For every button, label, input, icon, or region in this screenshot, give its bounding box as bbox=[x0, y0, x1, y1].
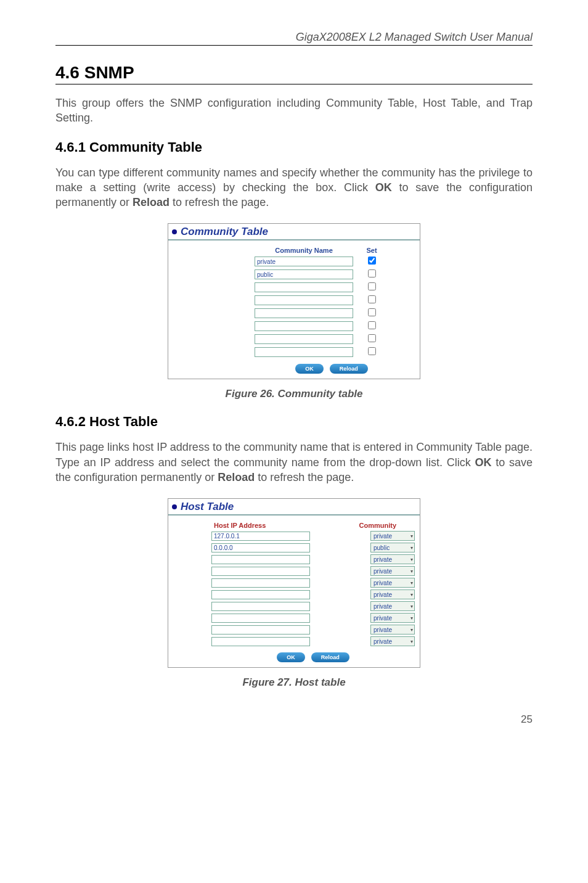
set-checkbox[interactable] bbox=[368, 282, 376, 290]
panel-title: Host Table bbox=[181, 501, 234, 513]
chevron-down-icon: ▾ bbox=[410, 592, 413, 598]
host-ip-input[interactable] bbox=[211, 532, 310, 541]
reload-button[interactable]: Reload bbox=[330, 364, 368, 374]
host-row: private▾ bbox=[211, 566, 415, 576]
community-name-input[interactable] bbox=[255, 295, 353, 305]
community-select[interactable]: private▾ bbox=[370, 589, 415, 599]
select-value: public bbox=[374, 544, 390, 551]
chevron-down-icon: ▾ bbox=[410, 615, 413, 621]
community-name-input[interactable] bbox=[255, 321, 353, 331]
host-ip-input[interactable] bbox=[211, 555, 310, 564]
col-community: Community bbox=[316, 522, 402, 529]
community-row bbox=[255, 256, 409, 267]
page-number: 25 bbox=[55, 713, 533, 726]
community-select[interactable]: private▾ bbox=[370, 531, 415, 541]
select-value: private bbox=[374, 568, 392, 575]
set-checkbox[interactable] bbox=[368, 321, 376, 329]
set-checkbox[interactable] bbox=[368, 295, 376, 303]
para-4-6-2: This page links host IP address to the c… bbox=[55, 440, 533, 485]
chevron-down-icon: ▾ bbox=[410, 627, 413, 633]
community-row bbox=[255, 308, 409, 319]
select-value: private bbox=[374, 556, 392, 563]
host-row: private▾ bbox=[211, 625, 415, 635]
host-row: private▾ bbox=[211, 554, 415, 564]
bold-ok: OK bbox=[475, 456, 491, 469]
chevron-down-icon: ▾ bbox=[410, 639, 413, 644]
chevron-down-icon: ▾ bbox=[410, 569, 413, 574]
community-name-input[interactable] bbox=[255, 347, 353, 357]
community-row bbox=[255, 334, 409, 345]
text: to refresh the page. bbox=[255, 471, 354, 483]
bold-reload: Reload bbox=[218, 471, 255, 483]
select-value: private bbox=[374, 638, 392, 645]
host-ip-input[interactable] bbox=[211, 578, 310, 588]
panel-title: Community Table bbox=[181, 226, 268, 238]
community-row bbox=[255, 295, 409, 306]
community-row bbox=[255, 347, 409, 358]
text: to refresh the page. bbox=[169, 196, 269, 208]
select-value: private bbox=[374, 533, 392, 540]
para-4-6-1: You can type different community names a… bbox=[55, 165, 533, 210]
community-name-input[interactable] bbox=[255, 257, 353, 266]
community-select[interactable]: public▾ bbox=[370, 543, 415, 552]
heading-4-6-2: 4.6.2 Host Table bbox=[55, 414, 533, 430]
community-name-input[interactable] bbox=[255, 269, 353, 279]
set-checkbox[interactable] bbox=[368, 308, 376, 316]
community-row bbox=[255, 269, 409, 280]
community-row bbox=[255, 321, 409, 332]
community-select[interactable]: private▾ bbox=[370, 601, 415, 611]
text: This page links host IP address to the c… bbox=[55, 441, 533, 468]
figure-27-caption: Figure 27. Host table bbox=[55, 676, 533, 689]
doc-title: GigaX2008EX L2 Managed Switch User Manua… bbox=[55, 31, 533, 45]
host-ip-input[interactable] bbox=[211, 590, 310, 599]
host-ip-input[interactable] bbox=[211, 614, 310, 623]
community-row bbox=[255, 282, 409, 293]
bold-reload: Reload bbox=[133, 196, 169, 208]
bullet-icon bbox=[172, 229, 177, 234]
reload-button[interactable]: Reload bbox=[311, 652, 349, 662]
set-checkbox[interactable] bbox=[368, 257, 376, 265]
community-name-input[interactable] bbox=[255, 334, 353, 344]
chevron-down-icon: ▾ bbox=[410, 604, 413, 609]
host-ip-input[interactable] bbox=[211, 602, 310, 611]
host-row: private▾ bbox=[211, 531, 415, 541]
select-value: private bbox=[374, 603, 392, 610]
host-table-panel: Host Table Host IP Address Community pri… bbox=[168, 498, 420, 668]
col-community-name: Community Name bbox=[255, 247, 353, 254]
select-value: private bbox=[374, 626, 392, 633]
community-name-input[interactable] bbox=[255, 308, 353, 318]
host-ip-input[interactable] bbox=[211, 567, 310, 576]
community-select[interactable]: private▾ bbox=[370, 554, 415, 564]
set-checkbox[interactable] bbox=[368, 334, 376, 342]
select-value: private bbox=[374, 580, 392, 586]
para-4-6: This group offers the SNMP configuration… bbox=[55, 96, 533, 126]
community-table-panel: Community Table Community Name Set OK Re… bbox=[168, 223, 420, 379]
set-checkbox[interactable] bbox=[368, 347, 376, 355]
community-name-input[interactable] bbox=[255, 282, 353, 292]
host-row: private▾ bbox=[211, 613, 415, 623]
host-ip-input[interactable] bbox=[211, 543, 310, 552]
col-host-ip: Host IP Address bbox=[211, 522, 316, 529]
select-value: private bbox=[374, 591, 392, 598]
ok-button[interactable]: OK bbox=[295, 364, 324, 374]
ok-button[interactable]: OK bbox=[277, 652, 305, 662]
host-row: private▾ bbox=[211, 636, 415, 646]
host-ip-input[interactable] bbox=[211, 625, 310, 635]
host-row: private▾ bbox=[211, 601, 415, 611]
heading-4-6: 4.6 SNMP bbox=[55, 63, 533, 84]
heading-4-6-1: 4.6.1 Community Table bbox=[55, 139, 533, 155]
community-select[interactable]: private▾ bbox=[370, 578, 415, 588]
select-value: private bbox=[374, 615, 392, 622]
host-ip-input[interactable] bbox=[211, 637, 310, 646]
bullet-icon bbox=[172, 504, 177, 509]
host-row: public▾ bbox=[211, 543, 415, 552]
chevron-down-icon: ▾ bbox=[410, 580, 413, 586]
set-checkbox[interactable] bbox=[368, 269, 376, 277]
community-select[interactable]: private▾ bbox=[370, 613, 415, 623]
community-select[interactable]: private▾ bbox=[370, 625, 415, 635]
community-select[interactable]: private▾ bbox=[370, 636, 415, 646]
community-select[interactable]: private▾ bbox=[370, 566, 415, 576]
bold-ok: OK bbox=[375, 181, 392, 194]
chevron-down-icon: ▾ bbox=[410, 533, 413, 539]
host-row: private▾ bbox=[211, 578, 415, 588]
